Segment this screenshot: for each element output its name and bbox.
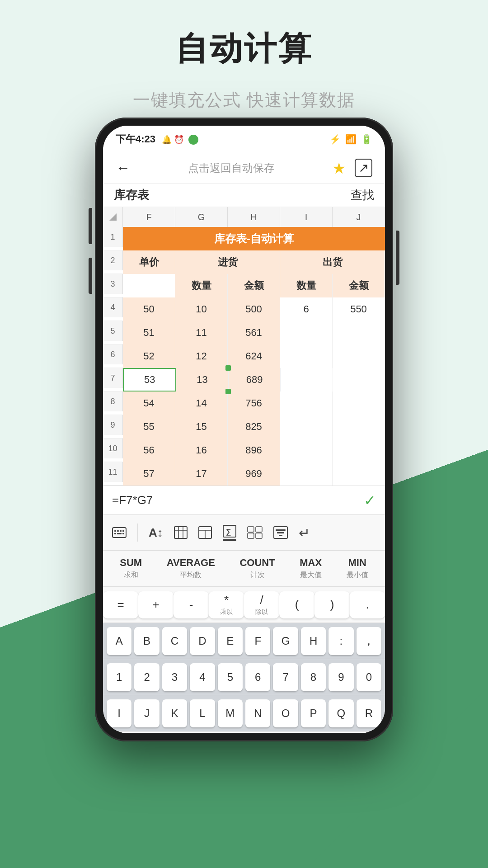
- cell-I11[interactable]: [280, 462, 333, 486]
- dot-button[interactable]: .: [350, 591, 385, 618]
- cell-F7[interactable]: 53: [123, 368, 176, 392]
- key-H[interactable]: H: [301, 627, 326, 655]
- cell-I7[interactable]: [281, 368, 333, 392]
- equals-button[interactable]: =: [103, 591, 138, 618]
- cell-H9[interactable]: 825: [228, 415, 280, 439]
- key-O[interactable]: O: [273, 699, 298, 727]
- cell-J8[interactable]: [333, 392, 385, 415]
- average-button[interactable]: AVERAGE 平均数: [167, 557, 215, 580]
- cell-I5[interactable]: [280, 321, 333, 344]
- cell-H11[interactable]: 969: [228, 462, 280, 486]
- key-4[interactable]: 4: [190, 663, 215, 691]
- formula-confirm-button[interactable]: ✓: [364, 492, 376, 509]
- cell-H6[interactable]: 624: [228, 344, 280, 368]
- open-paren-button[interactable]: (: [279, 591, 314, 618]
- key-D[interactable]: D: [190, 627, 215, 655]
- sum-button[interactable]: SUM 求和: [120, 557, 142, 580]
- cell-J10[interactable]: [333, 439, 385, 462]
- key-I[interactable]: I: [107, 699, 131, 727]
- cell-I10[interactable]: [280, 439, 333, 462]
- merge-cells-icon[interactable]: [247, 526, 263, 539]
- key-7[interactable]: 7: [273, 663, 298, 691]
- cell-J7[interactable]: [333, 368, 385, 392]
- key-Q[interactable]: Q: [328, 699, 353, 727]
- key-A[interactable]: A: [107, 627, 131, 655]
- favorite-icon[interactable]: ★: [332, 159, 346, 177]
- plus-button[interactable]: +: [138, 591, 174, 618]
- cell-G11[interactable]: 17: [175, 462, 228, 486]
- key-comma[interactable]: ，: [357, 627, 381, 655]
- cell-F10[interactable]: 56: [123, 439, 175, 462]
- key-2[interactable]: 2: [134, 663, 159, 691]
- key-R[interactable]: R: [357, 699, 381, 727]
- cell-G9[interactable]: 15: [175, 415, 228, 439]
- key-1[interactable]: 1: [107, 663, 131, 691]
- cell-G8[interactable]: 14: [175, 392, 228, 415]
- max-button[interactable]: MAX 最大值: [300, 557, 322, 580]
- minus-button[interactable]: -: [174, 591, 209, 618]
- cell-J6[interactable]: [333, 344, 385, 368]
- cell-G6[interactable]: 12: [175, 344, 228, 368]
- cell-J11[interactable]: [333, 462, 385, 486]
- cell-G10[interactable]: 16: [175, 439, 228, 462]
- filter-icon[interactable]: [273, 526, 288, 539]
- key-G[interactable]: G: [273, 627, 298, 655]
- key-J[interactable]: J: [134, 699, 159, 727]
- key-K[interactable]: K: [162, 699, 187, 727]
- cell-G4[interactable]: 10: [175, 297, 228, 321]
- cell-H5[interactable]: 561: [228, 321, 280, 344]
- cell-H4[interactable]: 500: [228, 297, 280, 321]
- cell-G7[interactable]: 13: [176, 368, 228, 392]
- cell-F4[interactable]: 50: [123, 297, 175, 321]
- divide-button[interactable]: / 除以: [244, 591, 279, 618]
- key-L[interactable]: L: [190, 699, 215, 727]
- cell-F5[interactable]: 51: [123, 321, 175, 344]
- min-button[interactable]: MIN 最小值: [347, 557, 368, 580]
- return-icon[interactable]: ↵: [299, 525, 310, 541]
- share-icon[interactable]: ↗: [355, 159, 372, 177]
- cell-J5[interactable]: [333, 321, 385, 344]
- key-M[interactable]: M: [218, 699, 243, 727]
- cell-F8[interactable]: 54: [123, 392, 175, 415]
- key-E[interactable]: E: [218, 627, 243, 655]
- key-5[interactable]: 5: [218, 663, 243, 691]
- close-paren-button[interactable]: ): [314, 591, 350, 618]
- key-C[interactable]: C: [162, 627, 187, 655]
- key-9[interactable]: 9: [328, 663, 353, 691]
- cell-F11[interactable]: 57: [123, 462, 175, 486]
- count-button[interactable]: COUNT 计次: [239, 557, 275, 580]
- key-N[interactable]: N: [245, 699, 270, 727]
- key-P[interactable]: P: [301, 699, 326, 727]
- key-8[interactable]: 8: [301, 663, 326, 691]
- cell-H7[interactable]: 689: [229, 368, 281, 392]
- cell-G5[interactable]: 11: [175, 321, 228, 344]
- cell-J9[interactable]: [333, 415, 385, 439]
- back-button[interactable]: ←: [116, 160, 130, 176]
- table-row: 8 54 14 756: [103, 392, 385, 415]
- table-icon[interactable]: [174, 526, 188, 539]
- keyboard-icon[interactable]: [112, 527, 127, 538]
- cell-F9[interactable]: 55: [123, 415, 175, 439]
- key-6[interactable]: 6: [245, 663, 270, 691]
- col-header-G: G: [175, 207, 228, 227]
- key-F[interactable]: F: [245, 627, 270, 655]
- key-colon[interactable]: :: [328, 627, 353, 655]
- table-row: 4 50 10 500 6 550: [103, 297, 385, 321]
- cell-H10[interactable]: 896: [228, 439, 280, 462]
- cell-I4[interactable]: 6: [280, 297, 333, 321]
- cell-J4[interactable]: 550: [333, 297, 385, 321]
- key-0[interactable]: 0: [357, 663, 381, 691]
- formula-text[interactable]: =F7*G7: [112, 493, 153, 507]
- cell-I9[interactable]: [280, 415, 333, 439]
- cell-F6[interactable]: 52: [123, 344, 175, 368]
- multiply-button[interactable]: * 乘以: [209, 591, 244, 618]
- key-3[interactable]: 3: [162, 663, 187, 691]
- cell-icon[interactable]: [198, 526, 212, 539]
- cell-H8[interactable]: 756: [228, 392, 280, 415]
- text-format-icon[interactable]: A↕: [149, 526, 163, 540]
- cell-I8[interactable]: [280, 392, 333, 415]
- key-B[interactable]: B: [134, 627, 159, 655]
- formula-icon[interactable]: ∑: [223, 525, 236, 541]
- cell-I6[interactable]: [280, 344, 333, 368]
- search-label[interactable]: 查找: [351, 187, 374, 203]
